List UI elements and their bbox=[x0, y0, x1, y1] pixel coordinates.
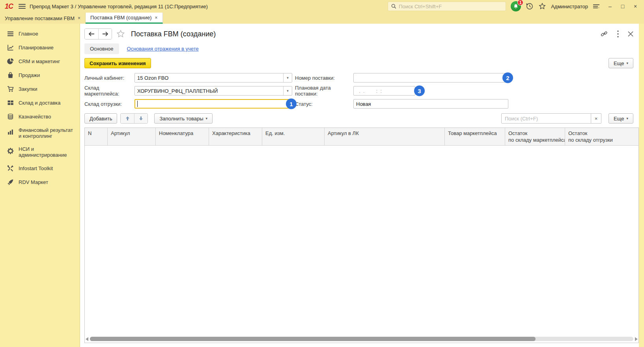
service-menu-button[interactable] bbox=[593, 3, 600, 9]
column-header-nomenclature[interactable]: Номенклатура bbox=[156, 128, 209, 145]
column-header-article[interactable]: Артикул bbox=[108, 128, 156, 145]
scroll-right-icon[interactable] bbox=[635, 337, 638, 341]
current-user[interactable]: Администратор bbox=[551, 4, 588, 9]
scroll-left-icon[interactable] bbox=[86, 337, 88, 341]
form-more-button[interactable]: Еще▾ bbox=[609, 58, 633, 68]
arrow-right-icon bbox=[102, 32, 108, 36]
column-header-characteristic[interactable]: Характеристика bbox=[209, 128, 262, 145]
close-form-icon[interactable] bbox=[628, 31, 633, 37]
tab-fbm-management[interactable]: Управление поставками FBM × bbox=[0, 13, 86, 24]
tools-icon bbox=[7, 165, 14, 172]
arrow-up-icon bbox=[125, 116, 130, 121]
sidebar-item-treasury[interactable]: Казначейство bbox=[0, 110, 80, 124]
sidebar-item-label: RDV Маркет bbox=[19, 179, 48, 185]
column-header-stock-shipping[interactable]: Остаток по складу отгрузки bbox=[565, 128, 638, 145]
global-search-input[interactable] bbox=[399, 4, 502, 9]
warehouse-grid-icon bbox=[7, 99, 14, 106]
move-up-button[interactable] bbox=[121, 114, 134, 123]
planned-date-input[interactable] bbox=[353, 86, 415, 96]
planning-chart-icon bbox=[7, 44, 14, 51]
column-header-marketplace-product[interactable]: Товар маркетплейса bbox=[445, 128, 505, 145]
1c-logo: 1С bbox=[3, 2, 15, 11]
dropdown-arrow-icon[interactable]: ▾ bbox=[283, 73, 292, 82]
tab-close-icon[interactable]: × bbox=[155, 15, 158, 21]
tab-main[interactable]: Основное bbox=[84, 43, 119, 54]
horizontal-scrollbar bbox=[86, 336, 638, 341]
get-link-icon[interactable] bbox=[600, 30, 608, 38]
history-button[interactable] bbox=[526, 2, 534, 10]
sections-panel: Главное Планирование CRM и маркетинг Про… bbox=[0, 24, 80, 347]
tab-close-icon[interactable]: × bbox=[78, 15, 80, 21]
column-header-n[interactable]: N bbox=[85, 128, 108, 145]
history-nav bbox=[84, 28, 112, 39]
supply-number-input[interactable] bbox=[353, 73, 508, 83]
shopping-bag-icon bbox=[7, 72, 14, 79]
move-row-buttons bbox=[120, 113, 148, 124]
global-search[interactable] bbox=[388, 2, 506, 11]
sidebar-item-rdv[interactable]: RDV Маркет bbox=[0, 175, 80, 189]
sidebar-item-infostart[interactable]: Infostart Toolkit bbox=[0, 161, 80, 175]
sidebar-item-sales[interactable]: Продажи bbox=[0, 68, 80, 82]
notification-count-badge: 1 bbox=[517, 0, 523, 6]
search-icon bbox=[391, 4, 396, 9]
personal-account-label: Личный кабинет: bbox=[84, 75, 134, 81]
step-badge-2: 2 bbox=[502, 73, 513, 83]
favorites-button[interactable] bbox=[538, 2, 546, 10]
scrollbar-track[interactable] bbox=[90, 337, 633, 341]
sidebar-item-planning[interactable]: Планирование bbox=[0, 41, 80, 54]
sidebar-item-label: Планирование bbox=[19, 45, 54, 51]
main-menu-icon[interactable] bbox=[19, 4, 26, 9]
sidebar-item-main[interactable]: Главное bbox=[0, 27, 80, 41]
table-more-button[interactable]: Еще▾ bbox=[609, 113, 633, 124]
status-label: Статус: bbox=[295, 101, 353, 107]
shipping-warehouse-label: Склад отгрузки: bbox=[84, 101, 134, 107]
bar-chart-icon bbox=[7, 129, 14, 135]
add-row-button[interactable]: Добавить bbox=[84, 113, 117, 124]
marketplace-warehouse-input[interactable] bbox=[135, 86, 283, 95]
tab-fbm-supply-create[interactable]: Поставка FBM (создание) × bbox=[86, 13, 162, 24]
star-icon bbox=[538, 2, 546, 10]
gear-icon bbox=[7, 148, 14, 154]
table-header-row: N Артикул Номенклатура Характеристика Ед… bbox=[85, 128, 638, 146]
tab-label: Управление поставками FBM bbox=[5, 15, 75, 21]
sidebar-item-finance[interactable]: Финансовый результат и контроллинг bbox=[0, 124, 80, 143]
status-input[interactable] bbox=[353, 99, 508, 109]
sidebar-item-crm[interactable]: CRM и маркетинг bbox=[0, 54, 80, 68]
more-label: Еще bbox=[614, 60, 624, 66]
personal-account-input[interactable] bbox=[135, 73, 283, 82]
notifications-button[interactable]: 1 bbox=[511, 1, 521, 11]
forward-button[interactable] bbox=[98, 29, 112, 39]
favorite-star-icon[interactable] bbox=[116, 29, 125, 39]
accounting-basis-link[interactable]: Основания отражения в учете bbox=[127, 46, 199, 52]
sidebar-item-admin[interactable]: НСИ и администрирование bbox=[0, 143, 80, 161]
more-menu-icon[interactable] bbox=[617, 30, 619, 38]
move-down-button[interactable] bbox=[134, 114, 147, 123]
menu-icon bbox=[7, 30, 14, 37]
clear-search-icon[interactable]: × bbox=[591, 113, 601, 124]
table-search-input[interactable] bbox=[501, 113, 591, 124]
column-header-unit[interactable]: Ед. изм. bbox=[262, 128, 325, 145]
window-titlebar: 1С Препрод Маркет 3 / Управление торговл… bbox=[0, 0, 644, 13]
maximize-button[interactable]: □ bbox=[617, 2, 628, 11]
save-changes-button[interactable]: Сохранить изменения bbox=[84, 58, 151, 68]
history-icon bbox=[526, 2, 534, 10]
arrow-down-icon bbox=[139, 116, 143, 121]
fill-goods-button[interactable]: Заполнить товары▾ bbox=[154, 113, 213, 124]
shipping-warehouse-input[interactable] bbox=[134, 99, 292, 109]
coins-icon bbox=[7, 113, 14, 120]
form-area: Поставка FBM (создание) Основное Основан… bbox=[80, 24, 639, 347]
column-header-article-lk[interactable]: Артикул в ЛК bbox=[325, 128, 445, 145]
dropdown-arrow-icon[interactable]: ▾ bbox=[283, 86, 292, 95]
close-window-button[interactable]: × bbox=[630, 2, 641, 11]
marketplace-warehouse-label: Склад маркетплейса: bbox=[84, 85, 134, 97]
supply-number-label: Номер поставки: bbox=[295, 75, 353, 81]
column-header-stock-marketplace[interactable]: Остаток по складу маркетплейса bbox=[505, 128, 565, 145]
sidebar-item-warehouse[interactable]: Склад и доставка bbox=[0, 96, 80, 110]
sidebar-item-label: Закупки bbox=[19, 86, 37, 92]
sidebar-item-purchases[interactable]: Закупки bbox=[0, 82, 80, 96]
planned-date-label: Плановая дата поставки: bbox=[295, 85, 353, 97]
step-badge-3: 3 bbox=[414, 86, 425, 96]
minimize-button[interactable]: – bbox=[605, 2, 616, 11]
scrollbar-thumb[interactable] bbox=[90, 337, 536, 341]
back-button[interactable] bbox=[85, 29, 98, 39]
